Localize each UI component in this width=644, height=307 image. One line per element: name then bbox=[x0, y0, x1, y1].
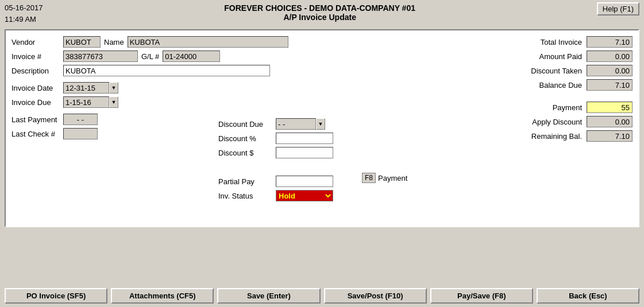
gl-number-input[interactable] bbox=[163, 50, 220, 62]
discount-pct-input[interactable] bbox=[276, 133, 333, 144]
last-check-input[interactable] bbox=[63, 128, 98, 139]
partial-pay-label: Partial Pay bbox=[218, 177, 276, 186]
discount-section: Discount Due ▼ Discount % Discount $ bbox=[218, 118, 333, 161]
po-invoice-button[interactable]: PO Invoice (SF5) bbox=[5, 288, 107, 304]
discount-pct-label: Discount % bbox=[218, 134, 276, 143]
remaining-bal-value bbox=[587, 130, 633, 142]
amount-paid-value bbox=[587, 50, 633, 62]
invoice-date-picker: ▼ bbox=[63, 82, 118, 94]
vendor-label: Vendor bbox=[11, 38, 63, 46]
invoice-label: Invoice # bbox=[11, 52, 63, 61]
last-check-label: Last Check # bbox=[11, 130, 63, 138]
name-label: Name bbox=[104, 38, 124, 46]
save-button[interactable]: Save (Enter) bbox=[217, 288, 320, 304]
payment-row: Payment bbox=[518, 102, 633, 113]
discount-taken-row: Discount Taken bbox=[518, 65, 633, 76]
amount-paid-label: Amount Paid bbox=[518, 52, 587, 61]
inv-status-row: Inv. Status Hold Active Paid bbox=[218, 190, 333, 201]
gl-label: G/L # bbox=[141, 52, 159, 61]
balance-due-value bbox=[587, 79, 633, 91]
invoice-date-input[interactable] bbox=[63, 82, 109, 94]
invoice-due-picker: ▼ bbox=[63, 96, 118, 108]
discount-dollar-input[interactable] bbox=[276, 147, 333, 158]
remaining-bal-label: Remaining Bal. bbox=[518, 132, 587, 141]
main-form: Vendor Name Invoice # G/L # Description … bbox=[5, 29, 639, 227]
invoice-date-label: Invoice Date bbox=[11, 84, 63, 92]
pay-save-button[interactable]: Pay/Save (F8) bbox=[430, 288, 533, 304]
last-payment-label: Last Payment bbox=[11, 115, 63, 124]
invoice-due-arrow[interactable]: ▼ bbox=[109, 96, 118, 108]
discount-taken-label: Discount Taken bbox=[518, 67, 587, 75]
remaining-bal-row: Remaining Bal. bbox=[518, 130, 633, 142]
attachments-button[interactable]: Attachments (CF5) bbox=[111, 288, 214, 304]
partial-pay-row: Partial Pay bbox=[218, 176, 333, 187]
discount-due-label: Discount Due bbox=[218, 120, 276, 129]
total-invoice-row: Total Invoice bbox=[518, 36, 633, 48]
apply-discount-label: Apply Discount bbox=[518, 118, 587, 126]
partial-status-section: Partial Pay Inv. Status Hold Active Paid bbox=[218, 176, 333, 204]
discount-due-input[interactable] bbox=[276, 118, 316, 130]
discount-pct-row: Discount % bbox=[218, 133, 333, 144]
discount-due-row: Discount Due ▼ bbox=[218, 118, 333, 130]
invoice-due-input[interactable] bbox=[63, 96, 109, 108]
inv-status-label: Inv. Status bbox=[218, 192, 276, 200]
total-invoice-label: Total Invoice bbox=[518, 38, 587, 46]
vendor-code-input[interactable] bbox=[63, 36, 101, 48]
amount-paid-row: Amount Paid bbox=[518, 50, 633, 62]
bottom-toolbar: PO Invoice (SF5) Attachments (CF5) Save … bbox=[0, 285, 644, 307]
discount-due-picker: ▼ bbox=[276, 118, 325, 130]
discount-dollar-label: Discount $ bbox=[218, 149, 276, 157]
header-time: 11:49 AM bbox=[5, 14, 43, 25]
help-button[interactable]: Help (F1) bbox=[597, 2, 639, 15]
last-payment-input[interactable] bbox=[63, 114, 98, 125]
back-button[interactable]: Back (Esc) bbox=[537, 288, 639, 304]
save-post-button[interactable]: Save/Post (F10) bbox=[324, 288, 427, 304]
balance-due-label: Balance Due bbox=[518, 81, 587, 90]
description-input[interactable] bbox=[63, 65, 270, 76]
header-datetime: 05-16-2017 11:49 AM bbox=[5, 2, 43, 25]
partial-pay-input[interactable] bbox=[276, 176, 333, 187]
description-label: Description bbox=[11, 67, 63, 75]
payment-input[interactable] bbox=[587, 102, 633, 113]
header-date: 05-16-2017 bbox=[5, 2, 43, 14]
discount-due-arrow[interactable]: ▼ bbox=[316, 118, 325, 130]
inv-status-select[interactable]: Hold Active Paid bbox=[276, 190, 333, 201]
apply-discount-value bbox=[587, 116, 633, 127]
payment-label: Payment bbox=[378, 174, 407, 182]
vendor-name-input[interactable] bbox=[128, 36, 288, 48]
invoice-date-arrow[interactable]: ▼ bbox=[109, 82, 118, 94]
discount-dollar-row: Discount $ bbox=[218, 147, 333, 158]
apply-discount-row: Apply Discount bbox=[518, 116, 633, 127]
balance-due-row: Balance Due bbox=[518, 79, 633, 91]
discount-taken-value bbox=[587, 65, 633, 76]
header-title: FOREVER CHOICES - DEMO DATA-COMPANY #01 … bbox=[43, 2, 597, 22]
invoice-due-label: Invoice Due bbox=[11, 98, 63, 107]
f8-payment-row: F8 Payment bbox=[362, 173, 412, 183]
f8-badge: F8 bbox=[362, 173, 376, 183]
total-invoice-value bbox=[587, 36, 633, 48]
payment-right-label: Payment bbox=[518, 103, 587, 112]
invoice-number-input[interactable] bbox=[63, 50, 138, 62]
right-panel: Total Invoice Amount Paid Discount Taken… bbox=[518, 36, 633, 145]
